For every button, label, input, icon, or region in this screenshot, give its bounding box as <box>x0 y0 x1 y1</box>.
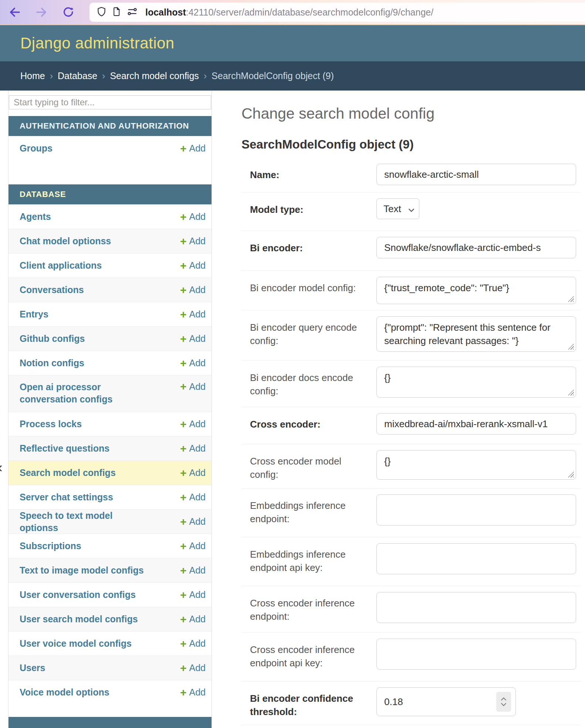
add-subscriptions-link[interactable]: +Add <box>180 541 206 552</box>
plus-icon: + <box>180 419 187 430</box>
sidebar-item-user-conversation-configs: User conversation configs +Add <box>9 582 212 607</box>
back-icon[interactable] <box>8 6 21 19</box>
sidebar-link-chat-model-optionss[interactable]: Chat model optionss <box>20 235 111 247</box>
add-entrys-link[interactable]: +Add <box>180 309 206 320</box>
add-github-configs-link[interactable]: +Add <box>180 333 206 344</box>
add-process-locks-link[interactable]: +Add <box>180 419 206 430</box>
sidebar-link-user-conversation-configs[interactable]: User conversation configs <box>20 589 136 601</box>
field-embeddings-inference-endpoint-api-key-input[interactable] <box>376 543 576 574</box>
add-open-ai-processor-conversation-configs-link[interactable]: +Add <box>180 381 206 392</box>
sidebar-link-search-model-configs[interactable]: Search model configs <box>20 467 116 479</box>
breadcrumb-current: SearchModelConfig object (9) <box>212 71 334 81</box>
field-label: Cross encoder inference endpoint api key… <box>250 639 368 670</box>
add-notion-configs-link[interactable]: +Add <box>180 358 206 369</box>
field-label: Embeddings inference endpoint: <box>250 494 368 526</box>
form-row-cross-encoder-inference-endpoint: Cross encoder inference endpoint: <box>241 586 581 633</box>
field-model-type-select[interactable]: Text <box>376 198 419 219</box>
sidebar-section-header-database[interactable]: DATABASE <box>9 184 212 204</box>
sidebar-item-subscriptions: Subscriptions +Add <box>9 534 212 558</box>
sidebar-link-speech-to-text-model-optionss[interactable]: Speech to text model optionss <box>20 510 145 534</box>
field-bi-encoder-query-encode-config-textarea[interactable]: {"prompt": "Represent this sentence for … <box>376 316 576 352</box>
add-reflective-questions-link[interactable]: +Add <box>180 443 206 454</box>
sidebar-link-notion-configs[interactable]: Notion configs <box>20 357 84 369</box>
module-gap <box>9 160 212 184</box>
page-info-icon[interactable] <box>112 7 122 18</box>
sidebar-link-subscriptions[interactable]: Subscriptions <box>20 540 81 552</box>
breadcrumb-home[interactable]: Home <box>20 71 45 81</box>
add-user-voice-model-configs-link[interactable]: +Add <box>180 638 206 649</box>
sidebar-link-client-applications[interactable]: Client applications <box>20 259 102 272</box>
field-cross-encoder-inference-endpoint-input[interactable] <box>376 592 576 623</box>
shield-icon[interactable] <box>96 6 107 18</box>
add-search-model-configs-link[interactable]: +Add <box>180 467 206 479</box>
form-row-cross-encoder-model-config: Cross encoder model config: {} <box>241 444 581 489</box>
field-cross-encoder-text[interactable]: mixedbread-ai/mxbai-rerank-xsmall-v1 <box>376 413 576 435</box>
change-form: Name: snowflake-arctic-small Model type:… <box>241 158 581 725</box>
number-stepper[interactable] <box>496 692 511 712</box>
field-bi-encoder-docs-encode-config-textarea[interactable]: {} <box>376 367 576 398</box>
form-row-name: Name: snowflake-arctic-small <box>241 158 581 193</box>
field-widget: {"trust_remote_code": "True"} <box>376 277 576 304</box>
plus-icon: + <box>180 687 187 698</box>
url-text[interactable]: localhost:42110/server/admin/database/se… <box>145 7 433 18</box>
field-label: Cross encoder: <box>250 413 368 431</box>
field-bi-encoder-model-config-textarea[interactable]: {"trust_remote_code": "True"} <box>376 277 576 304</box>
sidebar-link-github-configs[interactable]: Github configs <box>20 333 85 345</box>
sidebar-section-header-authentication-and-authorization[interactable]: AUTHENTICATION AND AUTHORIZATION <box>9 116 212 136</box>
plus-icon: + <box>180 443 187 454</box>
sidebar-link-server-chat-settingss[interactable]: Server chat settingss <box>20 491 113 503</box>
sidebar-link-user-search-model-configs[interactable]: User search model configs <box>20 613 138 625</box>
add-conversations-link[interactable]: +Add <box>180 285 206 296</box>
field-name-text[interactable]: snowflake-arctic-small <box>376 164 576 185</box>
field-bi-encoder-text[interactable]: Snowflake/snowflake-arctic-embed-s <box>376 237 576 258</box>
add-server-chat-settingss-link[interactable]: +Add <box>180 492 206 503</box>
field-bi-encoder-confidence-threshold-number[interactable]: 0.18 <box>376 687 516 716</box>
url-bar[interactable]: localhost:42110/server/admin/database/se… <box>89 3 585 22</box>
sidebar-link-process-locks[interactable]: Process locks <box>20 418 82 430</box>
nav-sidebar: AUTHENTICATION AND AUTHORIZATION Groups … <box>8 91 212 728</box>
forward-icon[interactable] <box>35 6 48 19</box>
textarea-value: {} <box>384 456 390 467</box>
sidebar-link-agents[interactable]: Agents <box>20 211 51 223</box>
permissions-sliders-icon[interactable] <box>126 6 138 18</box>
sidebar-link-text-to-image-model-configs[interactable]: Text to image model configs <box>20 564 144 576</box>
add-speech-to-text-model-optionss-link[interactable]: +Add <box>180 516 206 527</box>
sidebar-item-entrys: Entrys +Add <box>9 302 212 326</box>
sidebar-link-entrys[interactable]: Entrys <box>20 308 48 320</box>
breadcrumb-search-model-configs[interactable]: Search model configs <box>110 71 199 81</box>
reload-icon[interactable] <box>62 6 75 18</box>
field-widget: {} <box>376 450 576 480</box>
sidebar-filter-input[interactable] <box>9 95 211 109</box>
plus-icon: + <box>180 541 187 552</box>
django-admin-header: Django administration <box>0 25 585 61</box>
sidebar-link-open-ai-processor-conversation-configs[interactable]: Open ai processor conversation configs <box>20 381 145 405</box>
add-agents-link[interactable]: +Add <box>180 211 206 222</box>
field-cross-encoder-model-config-textarea[interactable]: {} <box>376 450 576 480</box>
add-user-search-model-configs-link[interactable]: +Add <box>180 614 206 625</box>
add-chat-model-optionss-link[interactable]: +Add <box>180 236 206 247</box>
sidebar-link-users[interactable]: Users <box>20 662 45 674</box>
add-users-link[interactable]: +Add <box>180 663 206 674</box>
add-client-applications-link[interactable]: +Add <box>180 260 206 271</box>
add-text-to-image-model-configs-link[interactable]: +Add <box>180 565 206 576</box>
plus-icon: + <box>180 143 187 154</box>
sidebar-item-user-voice-model-configs: User voice model configs +Add <box>9 631 212 656</box>
add-groups-link[interactable]: +Add <box>180 143 206 154</box>
sidebar-collapse-icon[interactable]: ‹ <box>0 460 3 476</box>
textarea-value: {"trust_remote_code": "True"} <box>384 282 509 293</box>
sidebar-link-reflective-questions[interactable]: Reflective questions <box>20 442 109 455</box>
field-label: Bi encoder model config: <box>250 277 368 295</box>
add-user-conversation-configs-link[interactable]: +Add <box>180 589 206 601</box>
sidebar-link-groups[interactable]: Groups <box>20 142 53 154</box>
sidebar-item-reflective-questions: Reflective questions +Add <box>9 436 212 460</box>
breadcrumb-database[interactable]: Database <box>58 71 97 81</box>
sidebar-link-conversations[interactable]: Conversations <box>20 284 84 296</box>
field-cross-encoder-inference-endpoint-api-key-input[interactable] <box>376 639 576 670</box>
sidebar-item-agents: Agents +Add <box>9 204 212 229</box>
site-title[interactable]: Django administration <box>20 34 175 52</box>
add-voice-model-options-link[interactable]: +Add <box>180 687 206 698</box>
sidebar-link-user-voice-model-configs[interactable]: User voice model configs <box>20 637 132 650</box>
field-embeddings-inference-endpoint-input[interactable] <box>376 494 576 525</box>
plus-icon: + <box>180 516 187 527</box>
sidebar-link-voice-model-options[interactable]: Voice model options <box>20 686 109 698</box>
